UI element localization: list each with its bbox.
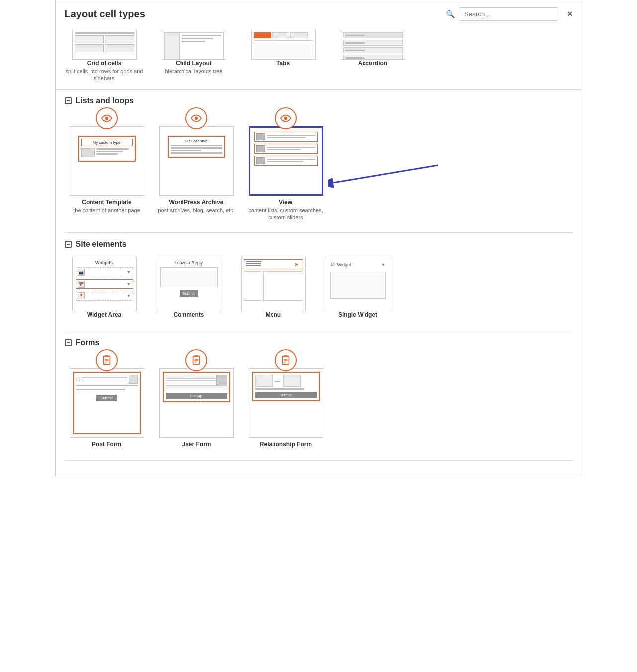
wordpress-archive-item[interactable]: CPT archive WordPress Archive post archi…	[154, 114, 239, 218]
lists-loops-items: My custom type Content Template the con	[56, 109, 582, 233]
collapse-site-elements-icon[interactable]	[65, 241, 72, 248]
header-right: 🔍 ×	[446, 7, 573, 21]
comments-label: Comments	[173, 311, 204, 318]
view-label: View	[279, 199, 292, 206]
post-form-item[interactable]: ◯ Submit Post Form	[65, 356, 149, 453]
view-item[interactable]: View content lists, custom searches, cus…	[244, 114, 328, 225]
accordion-thumb	[341, 30, 405, 60]
clipboard-icon-user-form	[185, 349, 207, 371]
divider-bottom	[65, 460, 573, 461]
view-thumb-wrap	[249, 118, 323, 196]
close-button[interactable]: ×	[567, 9, 573, 19]
relationship-form-label: Relationship Form	[260, 441, 312, 448]
grid-label: Grid of cells	[87, 60, 121, 67]
menu-item[interactable]: ➤ Menu	[234, 253, 313, 323]
content-template-thumb: My custom type	[70, 126, 144, 196]
forms-title: Forms	[76, 338, 100, 347]
svg-rect-11	[194, 355, 198, 357]
collapse-forms-icon[interactable]	[65, 339, 72, 346]
menu-thumb: ➤	[241, 257, 306, 311]
svg-point-1	[194, 116, 197, 119]
single-widget-label: Single Widget	[338, 311, 377, 318]
comments-thumb: Leave a Reply Submit	[157, 257, 221, 311]
relationship-form-thumb-wrap: → Submit	[249, 360, 323, 438]
pin-icon: 📍	[78, 292, 85, 299]
arrow-svg	[328, 160, 438, 190]
single-widget-thumb: ⚙ Widget ▼	[326, 257, 390, 311]
content-template-label: Content Template	[82, 199, 131, 206]
view-thumb	[249, 126, 323, 196]
site-elements-title: Site elements	[76, 240, 127, 249]
gear-icon: ⚙	[330, 261, 335, 268]
child-layout-thumb	[162, 30, 226, 60]
tabs-thumb	[251, 30, 316, 60]
widget-area-thumb: Widgets 📷 ▼ 📅 ▼ 📍 ▼	[72, 257, 137, 311]
svg-point-0	[105, 116, 108, 119]
clipboard-svg-user	[191, 355, 202, 366]
forms-items: ◯ Submit Post Form	[56, 351, 582, 460]
eye-icon-wp-archive	[185, 107, 207, 129]
post-form-label: Post Form	[92, 441, 121, 448]
lists-loops-section-header: Lists and loops	[56, 90, 582, 109]
modal-header: Layout cell types 🔍 ×	[56, 0, 582, 26]
top-partial-section: Grid of cells split cells into rows for …	[56, 26, 582, 90]
search-input[interactable]	[459, 7, 558, 21]
content-template-desc: the content of another page	[73, 207, 140, 214]
site-elements-section-header: Site elements	[56, 233, 582, 253]
user-form-thumb-wrap: Signup	[159, 360, 234, 438]
collapse-lists-icon[interactable]	[65, 97, 72, 104]
child-layout-label: Child Layout	[176, 60, 212, 67]
grid-of-cells-item[interactable]: Grid of cells split cells into rows for …	[65, 30, 144, 82]
lists-loops-title: Lists and loops	[76, 96, 134, 105]
eye-svg	[101, 113, 112, 124]
svg-rect-10	[193, 356, 199, 365]
eye-svg-archive	[191, 113, 202, 124]
content-template-item[interactable]: My custom type Content Template the con	[65, 114, 149, 218]
wordpress-archive-label: WordPress Archive	[169, 199, 223, 206]
eye-svg-view	[280, 113, 291, 124]
clipboard-icon-rel-form	[275, 349, 297, 371]
wordpress-archive-thumb: CPT archive	[159, 126, 234, 196]
user-form-thumb: Signup	[159, 368, 234, 438]
eye-icon-content-template	[96, 107, 118, 129]
accordion-label: Accordion	[358, 60, 387, 67]
grid-desc: split cells into rows for grids and side…	[65, 68, 144, 82]
svg-rect-5	[103, 356, 110, 365]
view-desc: content lists, custom searches, custom s…	[246, 207, 326, 221]
menu-label: Menu	[266, 311, 281, 318]
layout-cell-types-modal: Layout cell types 🔍 × Grid of cells spli…	[55, 0, 582, 476]
comments-item[interactable]: Leave a Reply Submit Comments	[149, 253, 229, 323]
svg-rect-6	[105, 355, 108, 357]
content-template-thumb-wrap: My custom type	[70, 118, 144, 196]
child-layout-item[interactable]: Child Layout hierarchical layouts tree	[154, 30, 234, 82]
cursor-icon: ➤	[294, 261, 299, 268]
child-layout-desc: hierarchical layouts tree	[165, 68, 222, 75]
user-form-item[interactable]: Signup User Form	[154, 356, 239, 453]
relationship-form-thumb: → Submit	[249, 368, 323, 438]
single-widget-item[interactable]: ⚙ Widget ▼ Single Widget	[318, 253, 398, 323]
widget-area-item[interactable]: Widgets 📷 ▼ 📅 ▼ 📍 ▼ Widget Area	[65, 253, 144, 323]
clipboard-icon-post-form	[96, 349, 118, 371]
grid-thumb	[72, 30, 137, 60]
blue-arrow	[328, 160, 438, 192]
eye-icon-view	[275, 107, 297, 129]
post-form-thumb: ◯ Submit	[70, 368, 144, 438]
tabs-item[interactable]: Tabs	[244, 30, 323, 82]
accordion-item[interactable]: Accordion	[333, 30, 413, 82]
svg-point-2	[284, 116, 287, 119]
wordpress-archive-desc: post archives, blog, search, etc.	[158, 207, 235, 214]
widget-area-label: Widget Area	[87, 311, 121, 318]
svg-rect-16	[284, 355, 287, 357]
search-icon: 🔍	[446, 10, 455, 19]
calendar-icon: 📅	[78, 281, 85, 288]
clipboard-svg-rel	[280, 355, 291, 366]
post-form-thumb-wrap: ◯ Submit	[70, 360, 144, 438]
modal-title: Layout cell types	[65, 8, 145, 20]
tabs-label: Tabs	[276, 60, 290, 67]
user-form-label: User Form	[181, 441, 211, 448]
user-avatar-placeholder	[216, 375, 227, 385]
svg-line-4	[333, 165, 438, 183]
relationship-form-item[interactable]: → Submit Relationship Form	[244, 356, 328, 453]
wordpress-archive-thumb-wrap: CPT archive	[159, 118, 234, 196]
site-elements-items: Widgets 📷 ▼ 📅 ▼ 📍 ▼ Widget Area Leave a	[56, 253, 582, 331]
